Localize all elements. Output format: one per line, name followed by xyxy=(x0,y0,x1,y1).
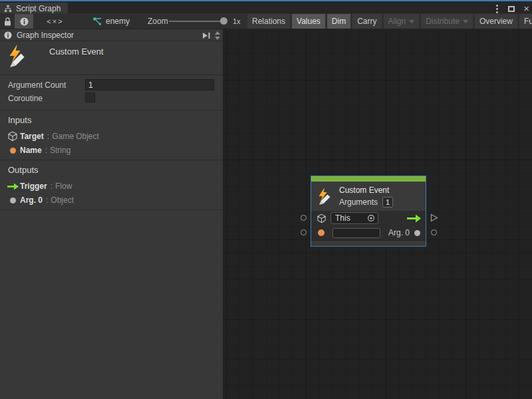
spin-down-icon[interactable] xyxy=(215,37,220,40)
input-row-name: Name : String xyxy=(0,144,223,156)
graph-reference-label: enemy xyxy=(106,17,130,26)
node-body: This Arg. 0 xyxy=(311,211,426,240)
flow-arrow-icon xyxy=(5,183,20,190)
info-icon xyxy=(20,17,29,26)
chevron-down-icon xyxy=(463,20,468,23)
custom-event-icon xyxy=(317,187,334,205)
left-flow-port[interactable] xyxy=(301,215,307,221)
distribute-dropdown[interactable]: Distribute xyxy=(421,14,473,29)
inspector-header: Graph Inspector xyxy=(0,29,223,41)
carry-button[interactable]: Carry xyxy=(352,14,381,29)
divider xyxy=(0,209,223,210)
node-title: Custom Event xyxy=(339,186,393,195)
node-arguments-row: Arguments 1 xyxy=(339,197,393,207)
left-data-port[interactable] xyxy=(301,229,307,235)
toolbar-buttons: Relations Values Dim Carry Align Distrib… xyxy=(247,14,531,29)
argument-count-label: Argument Count xyxy=(8,80,66,90)
custom-event-icon xyxy=(7,44,29,68)
inspector-title: Graph Inspector xyxy=(17,31,74,40)
tab-label: Script Graph xyxy=(16,4,61,13)
chevron-down-icon xyxy=(409,20,414,23)
graph-canvas[interactable]: Custom Event Arguments 1 This xyxy=(223,29,532,399)
node-arg-row: Arg. 0 xyxy=(311,225,426,240)
output-row-trigger: Trigger : Flow xyxy=(0,180,223,192)
toolbar: <×> enemy Zoom 1x Relations Values Dim C… xyxy=(0,13,532,29)
lock-icon xyxy=(4,17,11,26)
event-title: Custom Event xyxy=(49,47,104,57)
orange-port-icon xyxy=(5,148,20,154)
graph-reference-breadcrumb[interactable]: enemy xyxy=(93,14,130,29)
zoom-slider-track[interactable] xyxy=(169,21,227,22)
input-row-target: Target : Game Object xyxy=(0,130,223,142)
cube-icon xyxy=(317,213,327,223)
node-event-color-bar xyxy=(311,176,426,182)
lock-button[interactable] xyxy=(0,14,15,29)
close-icon[interactable]: × xyxy=(523,4,529,13)
code-view-button[interactable]: <×> xyxy=(37,14,73,29)
node-header[interactable]: Custom Event Arguments 1 xyxy=(311,182,426,211)
full-screen-button[interactable]: Full Screen xyxy=(519,14,532,29)
string-input-port[interactable] xyxy=(318,229,325,236)
gray-port-icon xyxy=(5,198,20,203)
info-icon xyxy=(4,31,12,39)
cube-icon xyxy=(5,131,20,142)
align-dropdown[interactable]: Align xyxy=(384,14,420,29)
outputs-heading: Outputs xyxy=(8,165,39,175)
zoom-slider-handle[interactable] xyxy=(220,17,227,25)
arg0-output-label: Arg. 0 xyxy=(388,228,410,237)
panel-spinner[interactable] xyxy=(215,31,220,40)
coroutine-label: Coroutine xyxy=(8,94,43,103)
overview-button[interactable]: Overview xyxy=(475,14,517,29)
right-trigger-port[interactable] xyxy=(430,213,438,222)
arguments-count-field[interactable]: 1 xyxy=(382,197,393,207)
object-picker-icon[interactable] xyxy=(367,214,375,222)
spin-up-icon[interactable] xyxy=(215,31,220,35)
inspector-header-controls xyxy=(202,29,220,41)
object-output-port[interactable] xyxy=(414,230,420,236)
divider xyxy=(0,110,223,110)
argument-count-input[interactable] xyxy=(85,79,214,90)
dim-button[interactable]: Dim xyxy=(327,14,350,29)
node-footer xyxy=(311,240,426,246)
zoom-value: 1x xyxy=(233,13,241,29)
output-row-arg0: Arg. 0 : Object xyxy=(0,194,223,206)
values-button[interactable]: Values xyxy=(292,14,325,29)
relations-button[interactable]: Relations xyxy=(247,14,290,29)
target-dropdown[interactable]: This xyxy=(331,212,378,224)
event-name-input[interactable] xyxy=(332,228,380,238)
zoom-slider[interactable] xyxy=(169,13,227,29)
maximize-icon[interactable] xyxy=(508,6,515,12)
custom-event-node[interactable]: Custom Event Arguments 1 This xyxy=(311,176,426,247)
graph-asset-icon xyxy=(93,17,102,25)
window-menu-icon[interactable] xyxy=(495,3,499,15)
divider xyxy=(0,160,223,160)
node-target-row: This xyxy=(311,211,426,225)
inspector-toggle-button[interactable] xyxy=(15,14,33,29)
flow-arrow-icon xyxy=(406,214,422,223)
zoom-label: Zoom xyxy=(148,13,168,29)
graph-inspector-panel: Graph Inspector Custom Event Argument Co… xyxy=(0,29,223,399)
dock-panel-icon[interactable] xyxy=(202,32,211,39)
divider xyxy=(0,74,223,75)
coroutine-checkbox[interactable] xyxy=(85,92,95,102)
script-graph-icon xyxy=(4,5,12,13)
node-titles: Custom Event Arguments 1 xyxy=(339,186,393,207)
code-icon: <×> xyxy=(47,17,63,25)
inputs-heading: Inputs xyxy=(8,115,31,125)
right-arg-port[interactable] xyxy=(431,229,437,235)
title-bar: Script Graph × xyxy=(0,0,532,13)
